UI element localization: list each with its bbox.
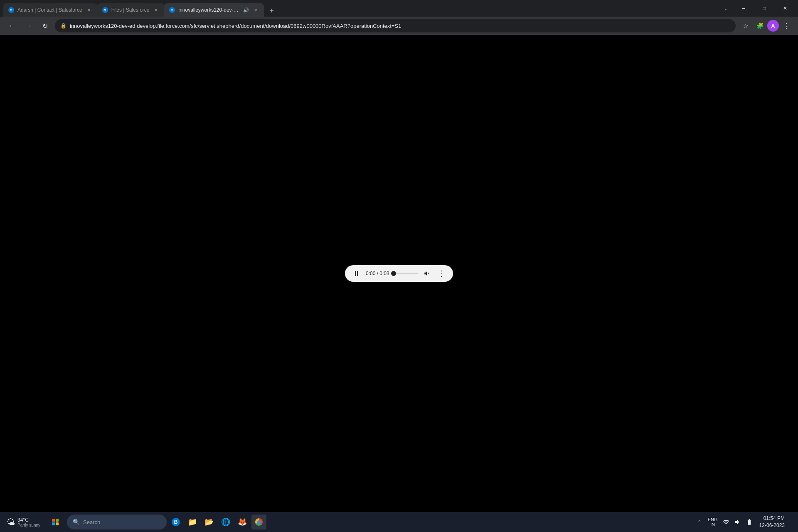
lock-icon: 🔒 <box>60 22 66 29</box>
volume-tray-icon[interactable] <box>733 517 743 527</box>
browser-frame: S Adarsh | Contact | Salesforce ✕ S File… <box>0 0 798 532</box>
tab-title-adarsh: Adarsh | Contact | Salesforce <box>17 7 82 13</box>
firefox-icon: 🦊 <box>238 517 247 527</box>
reload-button[interactable]: ↻ <box>38 19 52 32</box>
tab-list-button[interactable]: ⌄ <box>719 2 732 15</box>
wifi-icon <box>723 519 729 525</box>
tab-close-adarsh[interactable]: ✕ <box>86 7 92 13</box>
weather-widget[interactable]: 🌤 34°C Partly sunny <box>3 515 44 529</box>
tab-adarsh[interactable]: S Adarsh | Contact | Salesforce ✕ <box>3 3 97 17</box>
system-tray: ^ ENG IN <box>691 515 795 530</box>
search-text: Search <box>83 519 100 525</box>
windows-logo <box>52 519 59 525</box>
more-options-button[interactable]: ⋮ <box>436 268 446 278</box>
tab-close-files[interactable]: ✕ <box>153 7 159 13</box>
language-indicator[interactable]: ENG IN <box>706 517 719 527</box>
language-region: IN <box>710 522 715 527</box>
url-display: innovalleyworks120-dev-ed.develop.file.f… <box>70 23 731 29</box>
window-controls: ⌄ – □ ✕ <box>719 2 795 15</box>
clock-date: 12-06-2023 <box>759 522 785 529</box>
new-tab-button[interactable]: + <box>266 5 277 17</box>
weather-condition: Partly sunny <box>17 523 40 527</box>
salesforce-favicon-1: S <box>8 7 14 13</box>
bing-icon: B <box>172 518 180 526</box>
edge-button[interactable]: 🌐 <box>218 515 233 530</box>
tray-expand-button[interactable]: ^ <box>695 517 704 527</box>
maximize-button[interactable]: □ <box>755 2 774 15</box>
audio-player: 0:00 / 0:03 ⋮ <box>345 265 453 282</box>
network-icon[interactable] <box>721 517 731 527</box>
nav-actions: ☆ 🧩 A ⋮ <box>739 19 793 32</box>
taskbar-search[interactable]: 🔍 Search <box>67 515 167 530</box>
pause-button[interactable] <box>352 268 362 278</box>
close-button[interactable]: ✕ <box>776 2 795 15</box>
extensions-button[interactable]: 🧩 <box>753 19 766 32</box>
battery-svg <box>746 519 753 525</box>
chrome-icon <box>255 518 263 526</box>
pause-icon <box>355 271 358 276</box>
audio-indicator[interactable]: 🔊 <box>243 7 249 13</box>
browser-content: 0:00 / 0:03 ⋮ <box>0 35 798 512</box>
weather-icon: 🌤 <box>7 517 15 527</box>
temperature: 34°C <box>17 517 40 523</box>
address-bar[interactable]: 🔒 innovalleyworks120-dev-ed.develop.file… <box>55 19 736 32</box>
menu-button[interactable]: ⋮ <box>780 19 793 32</box>
salesforce-favicon-3: S <box>169 7 175 13</box>
volume-icon <box>424 270 431 277</box>
file-explorer-icon: 📁 <box>188 517 197 527</box>
clock-time: 01:54 PM <box>759 515 785 522</box>
folder-button[interactable]: 📂 <box>202 515 217 530</box>
win-logo-red <box>52 519 55 522</box>
volume-button[interactable] <box>422 268 432 278</box>
back-button[interactable]: ← <box>5 19 18 32</box>
tab-innovalley[interactable]: S innovalleyworks120-dev-ed... 🔊 ✕ <box>164 3 264 17</box>
profile-button[interactable]: A <box>767 20 779 32</box>
win-logo-blue <box>52 522 55 525</box>
tab-title-files: Files | Salesforce <box>111 7 150 13</box>
edge-icon: 🌐 <box>221 517 230 527</box>
minimize-button[interactable]: – <box>734 2 753 15</box>
bing-icon-button[interactable]: B <box>168 515 183 530</box>
firefox-button[interactable]: 🦊 <box>235 515 250 530</box>
title-bar: S Adarsh | Contact | Salesforce ✕ S File… <box>0 0 798 17</box>
tab-close-innovalley[interactable]: ✕ <box>252 7 259 13</box>
win-logo-yellow <box>56 522 59 525</box>
clock[interactable]: 01:54 PM 12-06-2023 <box>756 515 788 529</box>
taskbar: 🌤 34°C Partly sunny 🔍 Search B <box>0 512 798 532</box>
bookmark-button[interactable]: ☆ <box>739 19 752 32</box>
weather-text: 34°C Partly sunny <box>17 517 40 527</box>
chrome-button[interactable] <box>251 515 266 530</box>
speaker-icon <box>734 519 741 525</box>
time-display: 0:00 / 0:03 <box>366 271 389 276</box>
salesforce-favicon-2: S <box>102 7 108 13</box>
language-code: ENG <box>708 517 718 522</box>
win-logo-green <box>56 519 59 522</box>
folder-icon: 📂 <box>204 517 214 527</box>
file-explorer-button[interactable]: 📁 <box>185 515 200 530</box>
show-desktop-button[interactable] <box>790 515 791 530</box>
progress-bar[interactable] <box>394 273 418 274</box>
forward-button[interactable]: → <box>22 19 35 32</box>
tab-strip: S Adarsh | Contact | Salesforce ✕ S File… <box>3 0 719 17</box>
tab-title-innovalley: innovalleyworks120-dev-ed... <box>178 7 240 13</box>
tab-files[interactable]: S Files | Salesforce ✕ <box>97 3 165 17</box>
progress-thumb <box>391 271 396 276</box>
nav-bar: ← → ↻ 🔒 innovalleyworks120-dev-ed.develo… <box>0 17 798 35</box>
battery-icon[interactable] <box>744 517 754 527</box>
start-button[interactable] <box>47 514 64 530</box>
search-icon: 🔍 <box>73 519 80 525</box>
